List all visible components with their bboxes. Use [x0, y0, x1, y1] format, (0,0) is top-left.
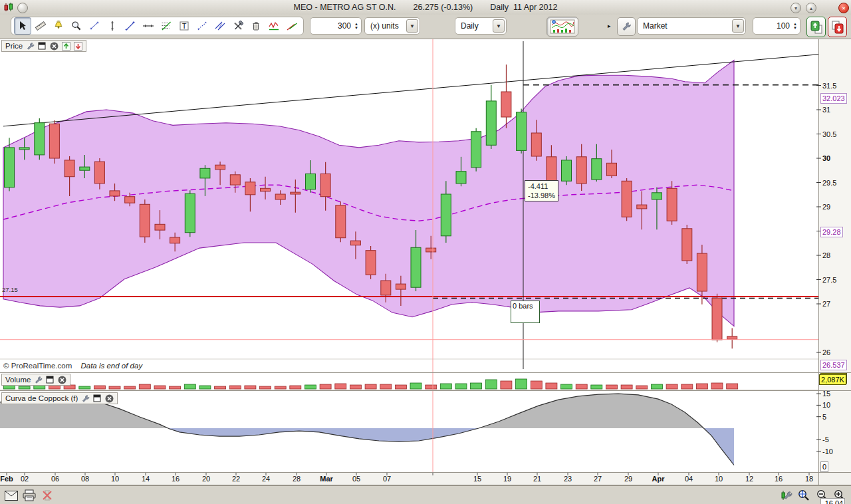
volume-bar[interactable] — [335, 384, 346, 389]
extended-line-tool-button[interactable] — [193, 17, 211, 35]
print-chart-button[interactable] — [22, 488, 37, 503]
order-settings-wrench-button[interactable] — [617, 17, 636, 36]
candle-body[interactable] — [80, 167, 90, 170]
volume-bar[interactable] — [440, 384, 451, 389]
segment-tool-button[interactable] — [86, 17, 103, 35]
volume-bar[interactable] — [636, 386, 648, 389]
email-chart-button[interactable] — [4, 488, 19, 503]
volume-bar[interactable] — [727, 384, 738, 389]
quantity-spinner[interactable]: 100 ▲▼ — [753, 17, 800, 35]
candle-body[interactable] — [697, 253, 707, 291]
volume-bar[interactable] — [229, 386, 241, 389]
volume-bar[interactable] — [606, 385, 618, 389]
candle-body[interactable] — [320, 174, 330, 196]
candle-body[interactable] — [547, 157, 556, 184]
candle-body[interactable] — [291, 192, 301, 194]
candle-body[interactable] — [350, 241, 360, 245]
candle-body[interactable] — [652, 193, 662, 199]
delete-drawings-tool-button[interactable] — [247, 17, 265, 35]
volume-bar[interactable] — [455, 384, 467, 389]
pane-close-icon[interactable] — [57, 375, 66, 384]
zoom-fit-button[interactable] — [796, 488, 811, 503]
volume-bar[interactable] — [666, 384, 677, 389]
candle-body[interactable] — [245, 182, 255, 195]
pane-close-icon[interactable] — [104, 394, 114, 403]
volume-bar[interactable] — [621, 385, 632, 389]
candle-body[interactable] — [336, 205, 346, 238]
candle-body[interactable] — [501, 92, 511, 117]
bars-count-spinner[interactable]: 300 ▲▼ — [310, 17, 362, 35]
candle-body[interactable] — [592, 159, 602, 180]
zigzag-pattern-tool-button[interactable] — [265, 17, 283, 35]
volume-bar[interactable] — [365, 384, 376, 389]
realtime-disabled-icon[interactable] — [40, 488, 55, 503]
price-chart-canvas[interactable]: 31.53130.53029.52928.52827.5272615105-5-… — [0, 39, 851, 485]
volume-bar[interactable] — [395, 385, 406, 389]
candle-body[interactable] — [637, 205, 647, 209]
units-dropdown[interactable]: (x) units ▼ — [364, 17, 420, 35]
pane-settings-wrench-icon[interactable] — [80, 394, 90, 403]
candle-body[interactable] — [170, 237, 180, 243]
volume-bar[interactable] — [426, 385, 437, 389]
pane-detach-window-icon[interactable] — [92, 394, 102, 403]
volume-bar[interactable] — [651, 384, 662, 389]
candle-body[interactable] — [456, 172, 466, 184]
candle-body[interactable] — [411, 247, 421, 287]
volume-bar[interactable] — [199, 386, 211, 389]
candle-body[interactable] — [185, 193, 195, 232]
chart-display-settings-button[interactable] — [779, 488, 794, 503]
panel-expand-arrow[interactable]: ▸ — [608, 23, 611, 29]
volume-bar[interactable] — [139, 384, 150, 389]
candle-body[interactable] — [125, 197, 135, 203]
candle-body[interactable] — [667, 188, 677, 221]
sell-order-button[interactable] — [828, 17, 847, 37]
text-tool-button[interactable]: T — [176, 17, 193, 35]
measure-annotation[interactable]: -4.411 -13.98% — [525, 180, 558, 201]
candle-body[interactable] — [5, 148, 15, 188]
volume-bar[interactable] — [711, 383, 723, 389]
collapse-down-button[interactable]: ▾ — [790, 3, 801, 13]
candle-body[interactable] — [622, 181, 632, 217]
volume-bar[interactable] — [350, 385, 361, 389]
candle-body[interactable] — [110, 191, 120, 196]
candle-body[interactable] — [396, 284, 406, 289]
volume-bar[interactable] — [94, 386, 105, 389]
candle-body[interactable] — [215, 165, 225, 170]
pane-detach-window-icon[interactable] — [37, 41, 47, 51]
horizontal-line-tool-button[interactable] — [140, 17, 157, 35]
zoom-tool-button[interactable] — [68, 17, 85, 35]
candle-body[interactable] — [275, 194, 285, 199]
candle-body[interactable] — [607, 163, 617, 176]
candle-body[interactable] — [49, 124, 59, 158]
volume-bar[interactable] — [245, 386, 256, 389]
pane-settings-wrench-icon[interactable] — [25, 41, 35, 51]
candle-body[interactable] — [727, 336, 737, 339]
volume-bar[interactable] — [696, 384, 707, 389]
volume-bar[interactable] — [109, 386, 120, 389]
volume-bar[interactable] — [546, 383, 557, 389]
collapse-up-button[interactable]: ▴ — [806, 3, 816, 13]
candle-body[interactable] — [94, 162, 104, 184]
timeframe-dropdown[interactable]: Daily ▼ — [455, 17, 507, 35]
candle-body[interactable] — [682, 229, 692, 261]
volume-bar[interactable] — [124, 386, 136, 389]
volume-bar[interactable] — [305, 385, 316, 389]
volume-bar[interactable] — [561, 384, 572, 389]
candle-body[interactable] — [140, 204, 150, 237]
volume-bar[interactable] — [275, 386, 286, 389]
candle-body[interactable] — [200, 168, 210, 178]
volume-bar[interactable] — [215, 386, 226, 389]
order-type-dropdown[interactable]: Market ▼ — [637, 17, 746, 35]
parallel-lines-tool-button[interactable] — [211, 17, 229, 35]
close-window-button[interactable]: × — [838, 3, 849, 13]
trend-line-tool-button[interactable] — [122, 17, 139, 35]
chart-style-button[interactable] — [547, 17, 578, 37]
volume-bar[interactable] — [79, 386, 90, 389]
candle-body[interactable] — [366, 251, 376, 275]
volume-bar[interactable] — [184, 384, 195, 389]
pane-settings-wrench-icon[interactable] — [33, 375, 43, 384]
candle-body[interactable] — [426, 248, 436, 252]
candle-body[interactable] — [381, 281, 391, 295]
candle-body[interactable] — [230, 175, 240, 185]
drawing-settings-tool-button[interactable] — [229, 17, 247, 35]
